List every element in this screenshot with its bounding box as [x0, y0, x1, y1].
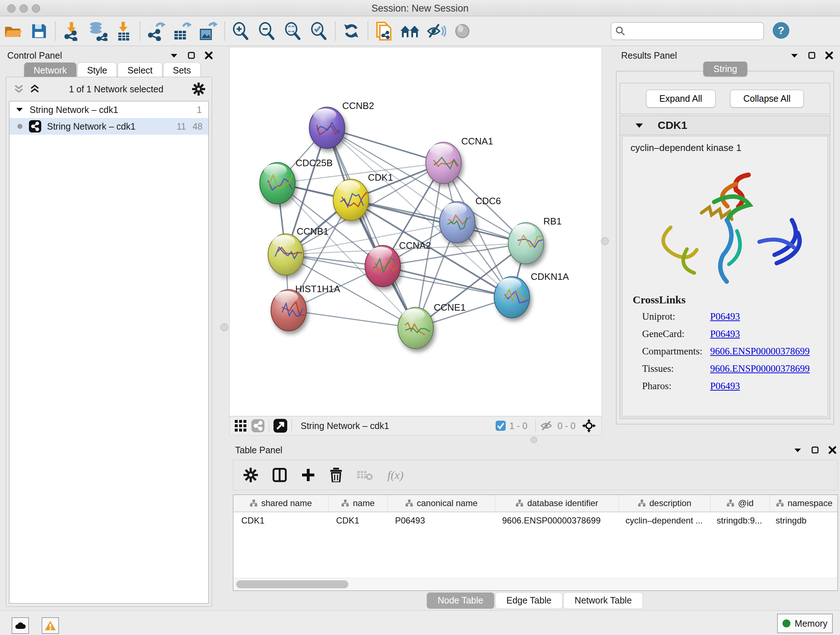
collection-expander-icon[interactable] — [16, 107, 23, 112]
add-column-icon[interactable] — [302, 468, 315, 482]
network-node-CDC6[interactable] — [439, 202, 475, 243]
network-view[interactable]: CCNB2CCNA1CDC25BCDK1CDC6RB1CCNB1CCNA2CDK… — [229, 47, 602, 416]
right-splitter-handle[interactable] — [601, 237, 609, 245]
crosslink-link[interactable]: P06493 — [710, 328, 740, 340]
crosslink-link[interactable]: 9606.ENSP00000378699 — [710, 363, 810, 374]
network-edge[interactable] — [327, 128, 416, 328]
string-hide-glass-button[interactable] — [423, 19, 449, 43]
network-list: String Network – cdk1 1 String Network –… — [9, 101, 209, 603]
open-folder-icon — [4, 23, 22, 39]
level-of-detail-button[interactable] — [449, 19, 475, 43]
string-home-button[interactable] — [397, 19, 423, 43]
crosslink-link[interactable]: 9606.ENSP00000378699 — [710, 346, 810, 357]
network-collection-row[interactable]: String Network – cdk1 1 — [9, 101, 208, 118]
network-edge[interactable] — [351, 200, 526, 243]
string-share-gray-icon[interactable] — [251, 419, 264, 432]
export-image-button[interactable] — [195, 19, 221, 43]
collapse-all-button[interactable]: Collapse All — [730, 90, 804, 108]
network-node-RB1[interactable] — [508, 223, 544, 264]
gene-header[interactable]: CDK1 — [620, 116, 830, 135]
float-panel-icon[interactable] — [808, 51, 816, 59]
tab-string[interactable]: String — [703, 62, 747, 76]
network-node-CDC25B[interactable] — [260, 163, 295, 204]
cloud-status-button[interactable] — [11, 617, 29, 634]
column-header-@id[interactable]: @id — [711, 495, 770, 511]
panel-menu-icon[interactable] — [170, 53, 178, 58]
table-settings-gear-icon[interactable] — [243, 468, 258, 482]
warning-status-button[interactable] — [42, 617, 59, 634]
network-node-HIST1H1A[interactable] — [271, 290, 306, 331]
zoom-in-button[interactable] — [228, 19, 254, 43]
node-table[interactable]: shared namenamecanonical namedatabase id… — [233, 494, 838, 591]
hidden-eye-icon[interactable] — [540, 420, 554, 431]
table-row[interactable]: CDK1CDK1P064939606.ENSP00000378699cyclin… — [233, 512, 837, 529]
selected-checkbox-icon[interactable] — [496, 421, 506, 431]
import-network-file-button[interactable] — [58, 19, 85, 43]
string-import-button[interactable] — [371, 19, 397, 43]
results-panel: Results Panel String Expand All Collapse… — [616, 47, 835, 424]
network-node-CCNA1[interactable] — [426, 142, 461, 184]
left-splitter-handle[interactable] — [220, 323, 228, 331]
network-view-toolbar: String Network – cdk1 1 - 0 0 - 0 — [229, 416, 602, 435]
gene-description: cyclin–dependent kinase 1 — [622, 136, 827, 154]
function-builder-button[interactable]: f(x) — [387, 469, 403, 482]
memory-button[interactable]: Memory — [777, 614, 833, 633]
column-header-database-identifier[interactable]: database identifier — [495, 495, 619, 511]
open-session-button[interactable] — [0, 19, 26, 43]
network-node-CCNA2[interactable] — [365, 245, 401, 287]
export-network-button[interactable] — [143, 19, 169, 43]
birdseye-grid-icon[interactable] — [235, 420, 246, 432]
gene-expander-icon[interactable] — [635, 123, 643, 128]
network-row-selected[interactable]: String Network – cdk1 11 48 — [9, 118, 208, 135]
network-node-CCNB1[interactable] — [268, 234, 303, 275]
network-node-CDK1[interactable] — [333, 179, 369, 220]
tab-network[interactable]: Network — [24, 62, 77, 79]
tab-sets[interactable]: Sets — [163, 62, 201, 79]
bottom-splitter-handle[interactable] — [531, 437, 537, 443]
close-panel-icon[interactable] — [205, 51, 213, 59]
close-panel-icon[interactable] — [825, 51, 833, 59]
scrollbar-thumb[interactable] — [236, 580, 348, 588]
network-node-CCNE1[interactable] — [398, 307, 433, 348]
panel-menu-icon[interactable] — [790, 53, 798, 58]
help-button[interactable]: ? — [773, 22, 789, 39]
save-session-button[interactable] — [26, 19, 52, 43]
collapse-all-networks-icon[interactable] — [13, 84, 24, 94]
float-panel-icon[interactable] — [187, 51, 195, 59]
column-header-canonical-name[interactable]: canonical name — [388, 495, 495, 511]
panel-menu-icon[interactable] — [794, 448, 802, 453]
tab-edge-table[interactable]: Edge Table — [495, 592, 563, 609]
tab-select[interactable]: Select — [118, 62, 162, 79]
network-node-CDKN1A[interactable] — [494, 277, 530, 318]
export-table-button[interactable] — [169, 19, 195, 43]
column-header-name[interactable]: name — [328, 495, 388, 511]
network-node-CCNB2[interactable] — [309, 107, 345, 149]
navigator-crosshair-icon[interactable] — [581, 418, 597, 433]
import-network-database-button[interactable] — [85, 19, 111, 43]
tab-network-table[interactable]: Network Table — [563, 592, 643, 609]
zoom-out-button[interactable] — [254, 19, 280, 43]
crosslink-link[interactable]: P06493 — [710, 380, 740, 392]
tab-style[interactable]: Style — [77, 62, 117, 79]
import-table-button[interactable] — [111, 19, 137, 43]
expand-all-networks-icon[interactable] — [29, 84, 40, 94]
float-panel-icon[interactable] — [811, 446, 819, 454]
column-header-description[interactable]: description — [619, 495, 711, 511]
open-in-browser-icon[interactable] — [273, 419, 287, 432]
zoom-selected-button[interactable] — [306, 19, 332, 43]
show-columns-icon[interactable] — [272, 468, 287, 482]
close-panel-icon[interactable] — [829, 446, 836, 454]
expand-all-button[interactable]: Expand All — [646, 90, 715, 108]
table-horizontal-scrollbar[interactable] — [233, 578, 837, 591]
crosslink-link[interactable]: P06493 — [710, 311, 740, 322]
network-edge[interactable] — [289, 310, 416, 328]
refresh-layout-button[interactable] — [339, 19, 365, 43]
zoom-fit-button[interactable] — [280, 19, 306, 43]
tab-node-table[interactable]: Node Table — [426, 592, 494, 609]
column-header-namespace[interactable]: namespace — [770, 495, 838, 511]
search-input[interactable] — [626, 26, 760, 36]
delete-column-icon[interactable] — [330, 468, 343, 482]
crosslink-row: Tissues:9606.ENSP00000378699 — [642, 363, 810, 374]
network-options-gear-icon[interactable] — [192, 82, 205, 96]
column-header-shared-name[interactable]: shared name — [233, 495, 328, 511]
